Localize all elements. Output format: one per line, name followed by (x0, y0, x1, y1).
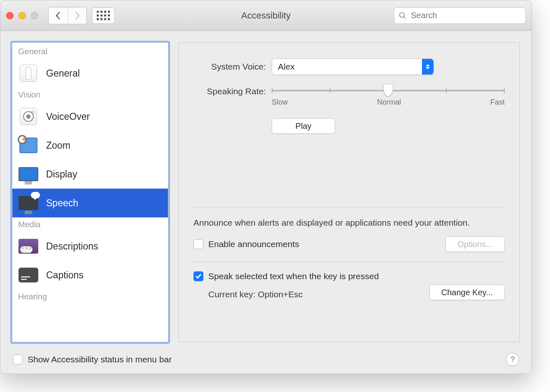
sidebar-item-display[interactable]: Display (12, 160, 168, 189)
general-icon (18, 63, 39, 84)
system-voice-select[interactable]: Alex (272, 58, 434, 75)
system-voice-row: System Voice: Alex (193, 58, 505, 75)
zoom-window-button[interactable] (31, 12, 38, 19)
options-button[interactable]: Options... (445, 236, 505, 252)
sidebar-item-label: Captions (46, 270, 84, 281)
search-field[interactable] (394, 7, 526, 24)
show-status-checkbox[interactable] (13, 355, 23, 364)
sidebar-item-label: Descriptions (46, 241, 98, 252)
speaking-rate-label: Speaking Rate: (193, 86, 272, 96)
window-traffic-lights (6, 12, 38, 19)
group-header-hearing: Hearing (12, 289, 168, 304)
system-voice-value: Alex (272, 62, 295, 72)
grid-icon (97, 11, 110, 20)
titlebar: Accessibility (0, 0, 531, 31)
accessibility-window: Accessibility General General Vision •))… (0, 0, 532, 374)
enable-announcements-label: Enable announcements (208, 239, 299, 249)
close-window-button[interactable] (6, 12, 14, 19)
forward-button[interactable] (68, 7, 86, 24)
display-icon (18, 164, 39, 184)
search-input[interactable] (410, 10, 521, 21)
announcements-description: Announce when alerts are displayed or ap… (193, 217, 505, 229)
svg-point-0 (400, 12, 405, 17)
sidebar-item-descriptions[interactable]: Descriptions (12, 232, 168, 261)
sidebar-item-voiceover[interactable]: •)) VoiceOver (12, 102, 168, 131)
nav-back-forward (48, 7, 87, 24)
sidebar-item-label: Display (46, 169, 77, 180)
help-button[interactable]: ? (506, 353, 519, 366)
rate-fast-label: Fast (490, 98, 505, 107)
search-icon (399, 12, 407, 20)
chevron-right-icon (75, 12, 80, 20)
minimize-window-button[interactable] (19, 12, 26, 19)
enable-announcements-row[interactable]: Enable announcements (193, 239, 299, 249)
back-button[interactable] (49, 7, 68, 24)
select-stepper-icon (422, 59, 433, 75)
chevron-left-icon (55, 12, 61, 20)
speak-selected-label: Speak selected text when the key is pres… (208, 271, 379, 281)
speech-icon (18, 193, 39, 213)
change-key-button[interactable]: Change Key... (429, 285, 505, 300)
sidebar-item-zoom[interactable]: Zoom (12, 131, 168, 160)
sidebar-item-label: Zoom (46, 140, 70, 151)
sidebar-item-speech[interactable]: Speech (12, 189, 168, 217)
play-row: Play (193, 118, 505, 134)
footer: Show Accessibility status in menu bar ? (0, 345, 531, 373)
enable-announcements-checkbox[interactable] (193, 239, 203, 249)
rate-slow-label: Slow (272, 98, 288, 107)
sidebar-item-label: VoiceOver (46, 111, 90, 122)
show-status-label: Show Accessibility status in menu bar (28, 355, 172, 364)
captions-icon (18, 265, 39, 285)
sidebar-item-label: Speech (46, 198, 78, 209)
descriptions-icon (18, 236, 39, 257)
sidebar-item-label: General (46, 68, 80, 79)
svg-line-1 (404, 16, 406, 19)
group-header-general: General (12, 44, 168, 59)
play-button[interactable]: Play (272, 118, 335, 134)
speak-selected-row[interactable]: Speak selected text when the key is pres… (193, 271, 505, 281)
show-all-button[interactable] (92, 7, 115, 24)
content-area: General General Vision •)) VoiceOver Zoo… (0, 31, 531, 345)
group-header-media: Media (12, 217, 168, 232)
slider-thumb[interactable] (383, 84, 393, 96)
zoom-icon (18, 135, 39, 156)
category-sidebar[interactable]: General General Vision •)) VoiceOver Zoo… (12, 42, 168, 342)
sidebar-item-general[interactable]: General (12, 59, 168, 88)
speak-selected-checkbox[interactable] (193, 271, 203, 281)
rate-normal-label: Normal (377, 98, 401, 107)
system-voice-label: System Voice: (193, 62, 272, 72)
divider (192, 207, 506, 208)
settings-panel: System Voice: Alex Speaking Rate: (178, 42, 520, 342)
speaking-rate-row: Speaking Rate: Slow Normal Fast (193, 86, 505, 107)
show-status-row[interactable]: Show Accessibility status in menu bar (13, 355, 172, 364)
voiceover-icon: •)) (18, 106, 39, 127)
current-key-label: Current key: Option+Esc (208, 289, 303, 299)
group-header-vision: Vision (12, 88, 168, 102)
sidebar-item-captions[interactable]: Captions (12, 261, 168, 289)
speaking-rate-slider[interactable]: Slow Normal Fast (272, 86, 505, 107)
divider (192, 262, 506, 262)
